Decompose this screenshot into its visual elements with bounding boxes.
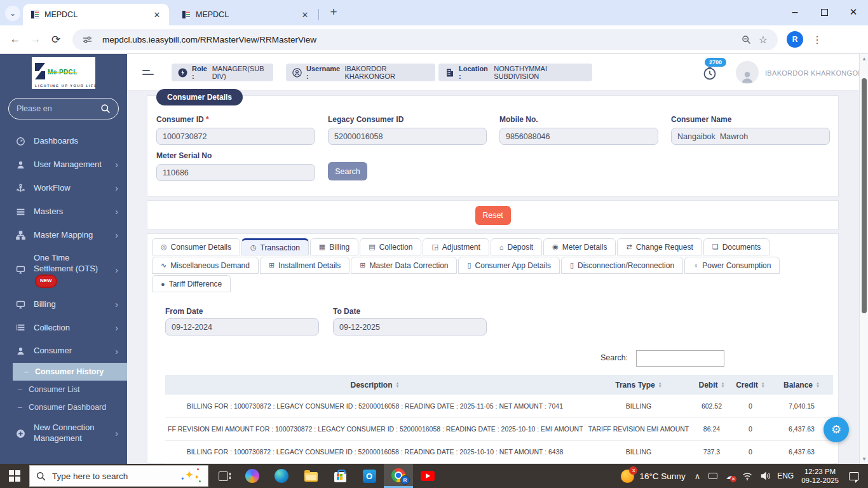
sidebar-item-label: Masters <box>34 207 107 217</box>
new-tab-button[interactable]: + <box>325 4 342 20</box>
start-button[interactable] <box>0 464 29 488</box>
task-view-button[interactable] <box>208 464 238 488</box>
tab-miscellaneous-demand[interactable]: ∿Miscellaneous Demand <box>152 257 259 274</box>
youtube-button[interactable] <box>413 464 442 488</box>
wifi-icon[interactable] <box>742 472 752 480</box>
column-header-debit[interactable]: Debit▲▼ <box>693 375 731 395</box>
table-row[interactable]: FF REVISION EMI AMOUNT FOR : 1000730872 … <box>165 417 833 440</box>
sidebar-item-workflow[interactable]: WorkFlow› <box>0 177 127 200</box>
sidebar-subitem-consumer-history[interactable]: –Consumer History <box>13 363 127 381</box>
user-avatar[interactable] <box>736 61 759 84</box>
volume-icon[interactable] <box>761 471 771 480</box>
address-bar[interactable]: mepdcl.ubs.ieasybill.com/RRMasterView/RR… <box>72 29 778 50</box>
legacy-consumer-id-input[interactable] <box>328 128 487 145</box>
tab-power-consumption[interactable]: ♀Power Consumption <box>684 257 780 274</box>
scroll-down-icon[interactable]: ▼ <box>860 456 868 462</box>
bookmark-star-icon[interactable]: ☆ <box>759 34 768 46</box>
sidebar-item-billing[interactable]: Billing› <box>0 293 127 316</box>
tab-meter-details[interactable]: ◉Meter Details <box>543 238 616 255</box>
table-row[interactable]: BILLING FOR : 1000730872 : LEGACY CONSUM… <box>165 395 833 417</box>
tab-collection[interactable]: ▤Collection <box>360 238 421 255</box>
sidebar-item-dashboards[interactable]: Dashboards <box>0 130 127 153</box>
search-button[interactable]: Search <box>328 162 367 180</box>
sidebar-item-label: Consumer <box>34 346 107 356</box>
site-settings-icon[interactable] <box>83 35 92 44</box>
sidebar-search-input[interactable] <box>17 104 100 113</box>
sidebar-search[interactable] <box>8 98 119 119</box>
table-row[interactable]: BILLING FOR : 1000730872 : LEGACY CONSUM… <box>165 440 833 463</box>
url-text[interactable]: mepdcl.ubs.ieasybill.com/RRMasterView/RR… <box>102 35 738 44</box>
tab-documents[interactable]: ❏Documents <box>703 238 770 255</box>
consumer-id-input[interactable] <box>156 128 315 145</box>
search-highlights-icon: ✦✦✦ <box>180 468 201 484</box>
window-minimize-button[interactable]: – <box>780 0 810 24</box>
table-search-input[interactable] <box>636 350 724 367</box>
tab-deposit[interactable]: ⌂Deposit <box>491 238 542 255</box>
column-header-description[interactable]: Description▲▼ <box>165 375 585 395</box>
tab-transaction[interactable]: ◷Transaction <box>241 238 309 255</box>
from-date-input[interactable] <box>165 318 319 336</box>
search-icon[interactable] <box>100 104 111 114</box>
edge-button[interactable] <box>267 464 296 488</box>
tab-adjustment[interactable]: ◲Adjustment <box>423 238 489 255</box>
notification-center-icon[interactable] <box>849 472 859 480</box>
wireless-display-icon[interactable] <box>709 473 717 479</box>
tab-installment-details[interactable]: ⊞Installment Details <box>260 257 349 274</box>
column-header-credit[interactable]: Credit▲▼ <box>731 375 770 395</box>
tab-master-data-correction[interactable]: ⊞Master Data Correction <box>351 257 457 274</box>
scroll-up-icon[interactable]: ▲ <box>860 56 868 62</box>
taskbar-search[interactable]: Type here to search ✦✦✦ <box>29 465 208 487</box>
meter-serial-input[interactable] <box>156 164 315 181</box>
scrollbar-thumb[interactable] <box>862 78 867 313</box>
session-timer[interactable]: 2700 <box>702 65 719 82</box>
sidebar-subitem-consumer-dashboard[interactable]: –Consumer Dashboard <box>0 398 127 416</box>
sidebar-item-collection[interactable]: Collection› <box>0 316 127 340</box>
tab-consumer-details[interactable]: ◎Consumer Details <box>152 238 240 255</box>
sidebar-item-masters[interactable]: Masters› <box>0 200 127 224</box>
tab-search-chevron-icon[interactable]: ⌄ <box>5 6 20 21</box>
microsoft-store-button[interactable] <box>325 464 355 488</box>
sidebar-item-master-mapping[interactable]: Master Mapping› <box>0 224 127 247</box>
tab-disconnection-reconnection[interactable]: ▯Disconnection/Reconnection <box>561 257 683 274</box>
copilot-button[interactable] <box>238 464 267 488</box>
window-restore-button[interactable] <box>810 0 839 24</box>
back-button[interactable]: ← <box>5 33 25 46</box>
browser-tab-1[interactable]: MEPDCL ✕ <box>23 4 169 25</box>
forward-button[interactable]: → <box>25 33 46 46</box>
tab-consumer-app-details[interactable]: ▯Consumer App Details <box>458 257 559 274</box>
taskbar-clock[interactable]: 12:23 PM 09-12-2025 <box>801 467 839 485</box>
browser-profile-avatar[interactable]: R <box>787 31 803 48</box>
settings-gear-fab[interactable]: ⚙ <box>824 417 849 442</box>
tab-change-request[interactable]: ⇄Change Request <box>617 238 702 255</box>
tray-expand-chevron-icon[interactable]: ∧ <box>695 471 701 481</box>
mobile-no-input[interactable] <box>499 128 658 145</box>
tab-tariff-difference[interactable]: ●Tariff Difference <box>152 275 231 292</box>
column-header-trans-type[interactable]: Trans Type▲▼ <box>585 375 693 395</box>
sidebar-item-consumer[interactable]: Consumer› <box>0 339 127 363</box>
reset-button[interactable]: Reset <box>475 206 511 225</box>
browser-menu-icon[interactable]: ⋮ <box>810 34 825 46</box>
tab-close-icon[interactable]: ✕ <box>299 9 311 20</box>
outlook-button[interactable]: O <box>355 464 384 488</box>
consumer-name-input[interactable] <box>671 128 830 145</box>
tab-billing[interactable]: ▦Billing <box>310 238 358 255</box>
tab-label: Consumer Details <box>171 243 231 252</box>
browser-tab-2[interactable]: MEPDCL ✕ <box>174 4 317 25</box>
sidebar-item-new-connection-management[interactable]: New Connection Management› <box>0 416 127 451</box>
weather-widget[interactable]: 3 16°C Sunny <box>621 470 685 483</box>
window-close-button[interactable]: ✕ <box>839 0 868 24</box>
tab-close-icon[interactable]: ✕ <box>151 9 163 20</box>
onedrive-icon[interactable]: ☁✕ <box>726 471 734 481</box>
chrome-button-active[interactable]: R <box>384 464 413 488</box>
zoom-indicator-icon[interactable] <box>742 35 751 44</box>
page-scrollbar[interactable]: ▲ ▼ <box>859 54 868 464</box>
language-indicator[interactable]: ENG <box>777 471 794 480</box>
column-header-balance[interactable]: Balance▲▼ <box>770 375 833 395</box>
sidebar-item-one-time-settlement-ots[interactable]: One Time Settlement (OTS) NEW› <box>0 247 127 292</box>
file-explorer-button[interactable] <box>296 464 325 488</box>
reload-button[interactable]: ⟳ <box>46 33 66 46</box>
to-date-input[interactable] <box>333 318 487 336</box>
sidebar-subitem-consumer-list[interactable]: –Consumer List <box>0 381 127 398</box>
hamburger-menu-icon[interactable] <box>142 67 154 78</box>
sidebar-item-user-management[interactable]: User Management› <box>0 153 127 177</box>
